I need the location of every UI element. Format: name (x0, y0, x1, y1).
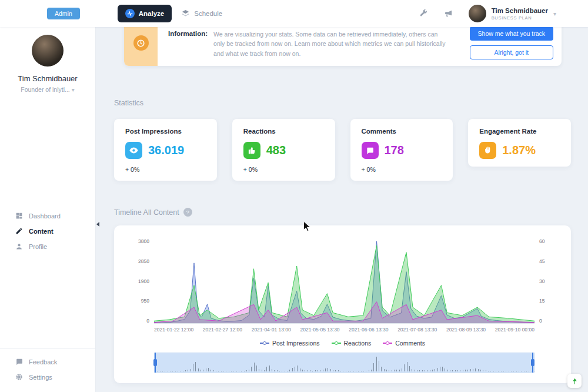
sidebar-user-name: Tim Schmidbauer (0, 74, 95, 83)
speech-bubble-icon (15, 358, 23, 367)
legend-marker-icon (332, 341, 341, 345)
x-tick-label: 2021-04-01 13:00 (252, 327, 291, 333)
tab-schedule[interactable]: Schedule (181, 9, 222, 19)
navigator-handle-left[interactable] (153, 353, 158, 373)
stat-label: Reactions (243, 128, 324, 135)
y-tick-left: 2850 (138, 258, 149, 264)
sidebar-item-settings[interactable]: Settings (0, 370, 95, 385)
sidebar-user-subtitle-label: Founder of inlyti... (21, 86, 69, 93)
person-icon (15, 242, 23, 251)
series-reactions (154, 245, 534, 324)
top-bar: Admin Analyze Schedule Tim Schmid (0, 0, 588, 27)
legend-label: Reactions (344, 340, 372, 347)
legend-item[interactable]: Post Impressions (260, 340, 320, 347)
y-tick-right: 0 (539, 318, 542, 324)
user-avatar (469, 5, 486, 22)
x-tick-label: 2021-05-05 13:30 (300, 327, 339, 333)
sidebar: Tim Schmidbauer Founder of inlyti... ▾ D… (0, 27, 96, 392)
pulse-circle-icon (125, 9, 135, 18)
tab-analyze-label: Analyze (139, 10, 164, 17)
sidebar-user-subtitle[interactable]: Founder of inlyti... ▾ (0, 86, 95, 93)
eye-icon (125, 142, 142, 159)
information-text: We are visualizing your stats. Some data… (213, 26, 449, 58)
sidebar-item-profile[interactable]: Profile (0, 239, 95, 254)
stat-delta: + 0% (125, 166, 206, 173)
admin-button[interactable]: Admin (47, 8, 80, 19)
show-tracking-button[interactable]: Show me what you track (470, 26, 553, 41)
y-tick-left: 950 (141, 298, 149, 304)
stat-cards: Post Impressions 36.019 + 0% Reactions 4… (114, 119, 571, 181)
timeline-header: Timeline All Content ? (114, 208, 571, 217)
legend-item[interactable]: Comments (383, 340, 425, 347)
y-tick-right: 60 (539, 238, 544, 244)
wrench-icon[interactable] (419, 9, 428, 18)
sidebar-item-label: Content (29, 228, 54, 235)
app-screen: Admin Analyze Schedule Tim Schmid (0, 0, 588, 392)
sidebar-item-content[interactable]: Content (0, 224, 95, 239)
stat-card-reactions: Reactions 483 + 0% (232, 119, 335, 181)
launcher-widget[interactable] (567, 374, 582, 388)
clock-icon (133, 35, 149, 51)
stat-label: Post Impressions (125, 128, 206, 135)
user-menu[interactable]: Tim Schmidbauer BUSINESS PLAN ▾ (469, 5, 556, 22)
information-label: Information: (168, 26, 208, 37)
chart-legend: Post ImpressionsReactionsComments (128, 340, 557, 347)
sidebar-collapse-arrow[interactable] (96, 222, 99, 227)
growth-arrow-icon (571, 377, 579, 385)
timeline-chart-plot[interactable] (154, 238, 534, 324)
chart-navigator[interactable] (154, 353, 534, 373)
tab-analyze[interactable]: Analyze (118, 5, 172, 22)
main-content: Information: We are visualizing your sta… (96, 27, 588, 392)
stat-card-engagement-rate: Engagement Rate 1.87% (468, 119, 571, 167)
help-question-icon[interactable]: ? (183, 208, 192, 217)
sidebar-nav: Dashboard Content Profile (0, 208, 95, 254)
statistics-section-title: Statistics (114, 99, 571, 107)
timeline-chart-card: 3800285019009500 604530150 2021-01-22 12… (114, 225, 571, 383)
user-meta: Tim Schmidbauer BUSINESS PLAN (492, 7, 548, 21)
legend-marker-icon (260, 341, 269, 345)
comment-icon (362, 142, 379, 159)
dashboard-grid-icon (15, 212, 23, 221)
y-tick-right: 30 (539, 278, 544, 284)
stat-value: 483 (266, 144, 286, 157)
chevron-down-icon: ▾ (72, 87, 75, 93)
sidebar-avatar[interactable] (32, 35, 64, 67)
legend-marker-icon (383, 341, 392, 345)
sidebar-item-dashboard[interactable]: Dashboard (0, 208, 95, 224)
y-tick-left: 0 (146, 318, 149, 324)
thumbs-up-icon (243, 142, 260, 159)
clap-icon (479, 142, 496, 159)
sidebar-item-label: Settings (29, 374, 52, 381)
y-axis-left: 3800285019009500 (128, 238, 154, 324)
megaphone-icon[interactable] (443, 9, 453, 19)
stat-label: Comments (362, 128, 442, 135)
stat-value: 178 (385, 144, 404, 157)
stat-card-comments: Comments 178 + 0% (350, 119, 453, 181)
x-tick-label: 2021-02-27 12:00 (203, 327, 242, 333)
x-tick-label: 2021-09-10 00:00 (495, 327, 534, 333)
pencil-icon (15, 227, 23, 236)
gear-icon (15, 373, 23, 382)
stat-delta: + 0% (362, 166, 442, 173)
x-tick-label: 2021-01-22 12:00 (154, 327, 193, 333)
sidebar-footer: Feedback Settings (0, 348, 95, 392)
stat-delta: + 0% (243, 166, 324, 173)
legend-label: Comments (395, 340, 425, 347)
layers-icon (181, 9, 190, 19)
y-tick-left: 1900 (138, 278, 149, 284)
user-name: Tim Schmidbauer (492, 7, 548, 14)
y-tick-right: 45 (539, 258, 544, 264)
sidebar-item-label: Profile (29, 243, 47, 250)
top-bar-right: Tim Schmidbauer BUSINESS PLAN ▾ (419, 5, 588, 22)
sidebar-item-label: Feedback (29, 358, 57, 366)
x-tick-label: 2021-08-09 13:30 (446, 327, 486, 333)
legend-item[interactable]: Reactions (332, 340, 372, 347)
sidebar-item-feedback[interactable]: Feedback (0, 354, 95, 370)
x-tick-label: 2021-06-06 13:30 (349, 327, 388, 333)
navigator-handle-right[interactable] (531, 353, 535, 373)
x-axis: 2021-01-22 12:002021-02-27 12:002021-04-… (154, 327, 534, 333)
dismiss-banner-button[interactable]: Alright, got it (470, 45, 553, 59)
tab-schedule-label: Schedule (194, 10, 222, 17)
user-plan: BUSINESS PLAN (492, 15, 548, 21)
x-tick-label: 2021-07-08 13:30 (397, 327, 437, 333)
